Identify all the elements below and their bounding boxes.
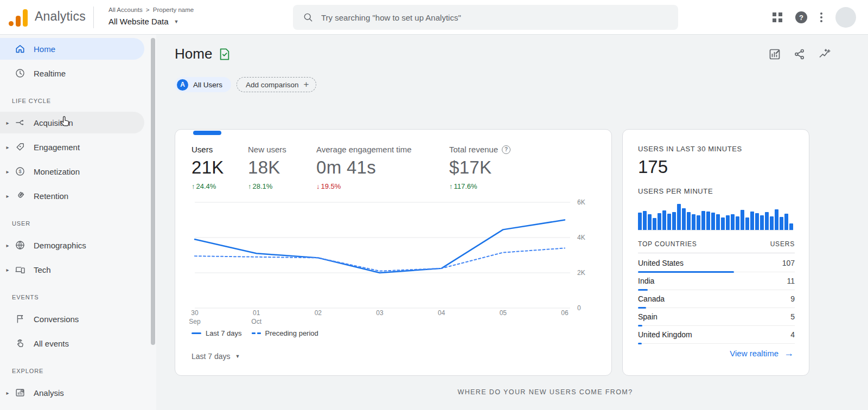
- sidebar-section-title: USER: [12, 220, 156, 227]
- legend-label: Last 7 days: [206, 329, 242, 337]
- expand-arrow-icon[interactable]: ▸: [4, 267, 11, 273]
- svg-text:Oct: Oct: [251, 318, 261, 325]
- diagnostics-grid-icon[interactable]: [773, 12, 782, 22]
- svg-text:06: 06: [561, 309, 569, 317]
- sidebar-item-label: Realtime: [34, 69, 66, 78]
- sidebar-item-label: Acquisition: [34, 118, 73, 127]
- minute-bar: [770, 216, 774, 230]
- sidebar-item-label: Home: [34, 44, 55, 54]
- next-section-prompt: WHERE DO YOUR NEW USERS COME FROM?: [179, 388, 868, 396]
- svg-text:0: 0: [577, 304, 581, 312]
- sidebar-item-realtime[interactable]: Realtime: [0, 62, 144, 84]
- sidebar-item-conversions[interactable]: Conversions: [0, 308, 144, 330]
- scorecard-total-revenue[interactable]: Total revenue? $17K 117.6%: [449, 145, 510, 190]
- svg-text:30: 30: [191, 309, 199, 317]
- sidebar-item-label: Analysis: [34, 388, 64, 398]
- legend-label: Preceding period: [265, 329, 318, 337]
- table-row[interactable]: Canada 9: [638, 290, 795, 308]
- table-row[interactable]: Spain 5: [638, 308, 795, 326]
- property-selector-label: All Website Data: [108, 17, 169, 26]
- expand-arrow-icon[interactable]: ▸: [4, 242, 11, 248]
- minute-bar: [677, 204, 681, 230]
- minute-bar: [741, 210, 744, 230]
- svg-text:02: 02: [315, 309, 322, 317]
- users-line-chart[interactable]: 02K4K6K30Sep01Oct0203040506: [175, 195, 612, 330]
- clock-icon: [14, 67, 26, 79]
- svg-text:2K: 2K: [577, 269, 585, 277]
- sidebar-item-monetization[interactable]: ▸ $ Monetization: [0, 161, 144, 182]
- all-users-chip-label: All Users: [193, 81, 222, 89]
- scorecard-new-users[interactable]: New users 18K 28.1%: [248, 145, 286, 190]
- sidebar-item-label: Demographics: [34, 241, 86, 250]
- svg-text:01: 01: [253, 309, 260, 317]
- minute-bar: [731, 214, 735, 230]
- expand-arrow-icon[interactable]: ▸: [4, 193, 11, 199]
- svg-text:03: 03: [376, 309, 384, 317]
- help-circle-icon[interactable]: ?: [502, 145, 510, 154]
- svg-text:05: 05: [500, 309, 507, 317]
- flag-icon: [14, 313, 26, 325]
- brand-title: Analytics: [35, 9, 86, 24]
- minute-bar: [789, 223, 793, 230]
- sidebar-section-title: LIFE CYCLE: [12, 98, 156, 104]
- date-range-selector[interactable]: Last 7 days ▼: [192, 352, 240, 361]
- chart-legend: Last 7 days Preceding period: [192, 329, 318, 337]
- search-bar[interactable]: [293, 5, 678, 30]
- sidebar-item-engagement[interactable]: ▸ Engagement: [0, 136, 144, 158]
- add-comparison-button[interactable]: Add comparison +: [237, 77, 316, 92]
- minute-bar: [780, 217, 783, 230]
- sidebar-item-tech[interactable]: ▸ Tech: [0, 259, 144, 280]
- top-countries-header: TOP COUNTRIES USERS: [638, 240, 795, 253]
- scorecard-users[interactable]: Users 21K 24.4%: [192, 145, 224, 190]
- insights-icon[interactable]: [818, 48, 831, 61]
- breadcrumb[interactable]: All Accounts > Property name: [108, 7, 195, 13]
- sidebar-item-analysis[interactable]: ▸ Analysis: [0, 382, 144, 403]
- table-row[interactable]: India 11: [638, 272, 795, 290]
- breadcrumb-property[interactable]: Property name: [153, 7, 194, 13]
- sidebar-item-label: Engagement: [34, 143, 80, 152]
- globe-icon: [14, 239, 26, 251]
- search-input[interactable]: [321, 13, 647, 22]
- minute-bar: [701, 211, 705, 230]
- retention-magnet-icon: [14, 190, 26, 202]
- monetization-dollar-icon: $: [14, 165, 26, 177]
- sidebar-scrollbar[interactable]: [151, 38, 155, 345]
- sidebar-item-demographics[interactable]: ▸ Demographics: [0, 234, 144, 256]
- delta-badge: 24.4%: [192, 182, 224, 190]
- users-per-minute-chart[interactable]: [638, 202, 793, 230]
- share-icon[interactable]: [793, 48, 806, 61]
- breadcrumb-account[interactable]: All Accounts: [108, 7, 143, 13]
- add-comparison-label: Add comparison: [246, 81, 299, 89]
- minute-bar: [662, 210, 666, 230]
- page-title: Home: [175, 46, 231, 62]
- expand-arrow-icon[interactable]: ▸: [4, 169, 11, 175]
- table-row[interactable]: United States 107: [638, 254, 795, 272]
- expand-arrow-icon[interactable]: ▸: [4, 120, 11, 126]
- home-icon: [14, 43, 26, 55]
- main-content: Home A All Users Add comparison + Users …: [156, 35, 868, 410]
- minute-bar: [648, 214, 652, 230]
- sidebar-item-label: Retention: [34, 191, 68, 201]
- help-icon[interactable]: ?: [795, 11, 807, 23]
- arrow-right-icon: →: [784, 348, 794, 359]
- expand-arrow-icon[interactable]: ▸: [4, 144, 11, 150]
- expand-arrow-icon[interactable]: ▸: [4, 390, 11, 396]
- sidebar-item-all-events[interactable]: All events: [0, 332, 144, 354]
- sidebar-item-home[interactable]: Home: [0, 38, 144, 60]
- minute-bar: [682, 208, 686, 230]
- svg-text:$: $: [18, 169, 21, 174]
- top-countries-table: United States 107 India 11 Canada 9 Spai…: [638, 254, 795, 344]
- minute-bar: [784, 214, 788, 230]
- more-menu-icon[interactable]: [820, 12, 822, 22]
- table-row[interactable]: United Kingdom 4: [638, 326, 795, 344]
- property-selector[interactable]: All Website Data ▼: [108, 17, 179, 26]
- plus-icon: +: [304, 79, 309, 90]
- customize-report-icon[interactable]: [768, 48, 781, 61]
- touch-icon: [14, 337, 26, 349]
- view-realtime-link[interactable]: View realtime →: [730, 348, 794, 359]
- scorecard-engagement-time[interactable]: Average engagement time 0m 41s 19.5%: [316, 145, 412, 190]
- sidebar-item-retention[interactable]: ▸ Retention: [0, 185, 144, 207]
- avatar[interactable]: [835, 7, 856, 28]
- all-users-chip[interactable]: A All Users: [175, 77, 231, 92]
- sidebar-item-acquisition[interactable]: ▸ Acquisition: [0, 112, 144, 133]
